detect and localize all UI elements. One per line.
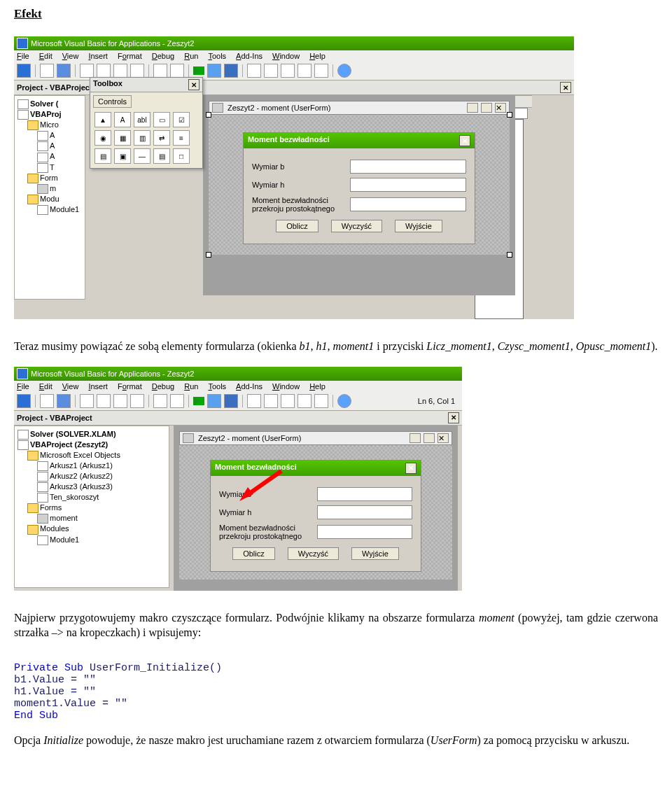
menu-view[interactable]: View <box>62 382 79 391</box>
button-oblicz[interactable]: Oblicz <box>232 547 275 560</box>
help-icon[interactable] <box>337 64 351 78</box>
scrollbar-icon[interactable]: — <box>134 148 150 164</box>
menu-run[interactable]: Run <box>184 382 198 391</box>
menu-debug[interactable]: Debug <box>152 382 174 391</box>
tree-solver[interactable]: Solver ( <box>30 99 58 108</box>
minimize-icon[interactable] <box>467 103 478 113</box>
close-icon[interactable]: ✕ <box>405 463 416 474</box>
excel-icon[interactable] <box>17 394 31 408</box>
help-icon[interactable] <box>337 394 351 408</box>
menu-debug[interactable]: Debug <box>152 52 174 60</box>
frame-icon[interactable]: ⇄ <box>153 130 170 146</box>
menu-file[interactable]: File <box>17 382 29 391</box>
tree-sheet[interactable]: Arkusz3 (Arkusz3) <box>50 482 113 491</box>
menu-window[interactable]: Window <box>272 382 300 391</box>
break-icon[interactable] <box>207 394 221 408</box>
tree-solver[interactable]: Solver (SOLVER.XLAM) <box>30 430 116 438</box>
project-tree[interactable]: Solver ( VBAProj Micro A A A T Form m Mo… <box>14 95 85 300</box>
tree-workbook[interactable]: Ten_skoroszyt <box>50 493 99 501</box>
reset-icon[interactable] <box>224 394 238 408</box>
tabstrip-icon[interactable]: ▤ <box>94 148 111 164</box>
menu-insert[interactable]: Insert <box>88 52 108 60</box>
menu-format[interactable]: Format <box>118 52 142 60</box>
maximize-icon[interactable] <box>424 433 435 443</box>
selection-handle[interactable] <box>206 112 211 118</box>
button-oblicz[interactable]: Oblicz <box>276 220 318 232</box>
textbox-b1[interactable] <box>350 160 466 174</box>
close-icon[interactable]: ✕ <box>448 412 459 423</box>
menubar[interactable]: File Edit View Insert Format Debug Run T… <box>14 381 462 392</box>
tree-module1[interactable]: Module1 <box>50 205 79 213</box>
break-icon[interactable] <box>207 64 221 78</box>
tree-form-moment[interactable]: m <box>50 184 56 192</box>
project-icon[interactable] <box>264 394 278 408</box>
tree-sheet[interactable]: A <box>50 152 55 160</box>
menu-insert[interactable]: Insert <box>88 382 108 391</box>
maximize-icon[interactable] <box>481 103 492 113</box>
find-icon[interactable] <box>130 394 144 408</box>
pointer-icon[interactable]: ▲ <box>94 112 111 127</box>
menubar[interactable]: File Edit View Insert Format Debug Run T… <box>14 50 574 62</box>
redo-icon[interactable] <box>170 64 184 78</box>
selection-handle[interactable] <box>507 252 512 258</box>
combobox-icon[interactable]: ▭ <box>153 112 170 127</box>
run-icon[interactable] <box>193 397 204 405</box>
tree-sheet[interactable]: Arkusz1 (Arkusz1) <box>50 461 113 470</box>
selection-handle[interactable] <box>507 112 512 118</box>
properties-icon[interactable] <box>281 394 295 408</box>
form-designer[interactable]: Zeszyt2 - moment (UserForm) ✕ Moment bez… <box>203 95 515 295</box>
undo-icon[interactable] <box>153 394 167 408</box>
label-icon[interactable]: A <box>114 112 131 127</box>
textbox-h1[interactable] <box>317 505 412 519</box>
textbox-moment1[interactable] <box>350 197 466 211</box>
design-icon[interactable] <box>247 394 261 408</box>
undo-icon[interactable] <box>153 64 167 78</box>
object-browser-icon[interactable] <box>298 64 312 78</box>
save-icon[interactable] <box>57 394 71 408</box>
design-icon[interactable] <box>247 64 261 78</box>
menu-addins[interactable]: Add-Ins <box>236 382 262 391</box>
button-wyczysc[interactable]: Wyczyść <box>288 547 339 560</box>
tree-forms[interactable]: Forms <box>40 503 62 512</box>
tree-modules[interactable]: Modu <box>40 195 59 203</box>
tree-vbaproject[interactable]: VBAProj <box>30 110 62 118</box>
textbox-b1[interactable] <box>317 487 412 501</box>
tree-ms-excel-objects[interactable]: Microsoft Excel Objects <box>40 451 120 459</box>
menu-file[interactable]: File <box>17 52 29 60</box>
menu-help[interactable]: Help <box>309 382 326 391</box>
properties-icon[interactable] <box>281 64 295 78</box>
cut-icon[interactable] <box>40 64 54 78</box>
checkbox-icon[interactable]: ◉ <box>94 130 111 146</box>
run-icon[interactable] <box>193 66 204 75</box>
toolbox-icon[interactable] <box>314 394 328 408</box>
menu-tools[interactable]: Tools <box>208 382 226 391</box>
form-designer[interactable]: Zeszyt2 - moment (UserForm) ✕ Moment bez… <box>174 426 458 591</box>
menu-tools[interactable]: Tools <box>208 52 226 60</box>
save-icon[interactable] <box>57 64 71 78</box>
menu-addins[interactable]: Add-Ins <box>236 52 262 60</box>
close-icon[interactable]: ✕ <box>459 135 470 146</box>
menu-format[interactable]: Format <box>118 382 142 391</box>
multipage-icon[interactable]: ▣ <box>114 148 131 164</box>
tree-ms-excel-objects[interactable]: Micro <box>40 120 59 129</box>
tree-vbaproject[interactable]: VBAProject (Zeszyt2) <box>30 440 108 449</box>
tree-modules[interactable]: Modules <box>40 524 69 533</box>
tree-forms[interactable]: Form <box>40 174 58 182</box>
textbox-moment1[interactable] <box>317 525 412 539</box>
close-icon[interactable]: ✕ <box>438 433 449 443</box>
toolbox-icon[interactable] <box>314 64 328 78</box>
userform-moment[interactable]: Moment bezwładności ✕ Wymiar b Wymiar h <box>211 461 421 571</box>
tree-sheet[interactable]: A <box>50 141 55 150</box>
reset-icon[interactable] <box>224 64 238 78</box>
spinbutton-icon[interactable]: ▤ <box>153 148 170 164</box>
menu-help[interactable]: Help <box>309 52 326 60</box>
tree-sheet[interactable]: Arkusz2 (Arkusz2) <box>50 472 113 480</box>
menu-run[interactable]: Run <box>184 52 198 60</box>
copy-icon[interactable] <box>97 64 111 78</box>
menu-edit[interactable]: Edit <box>39 382 52 391</box>
toolbox-window[interactable]: Toolbox✕ Controls ▲ A abl ▭ ☑ ◉ ▦ ▥ ⇄ ≡ … <box>90 77 203 169</box>
image-icon[interactable]: □ <box>173 148 190 164</box>
cut-icon[interactable] <box>80 64 94 78</box>
close-icon[interactable]: ✕ <box>560 82 571 93</box>
object-browser-icon[interactable] <box>298 394 312 408</box>
